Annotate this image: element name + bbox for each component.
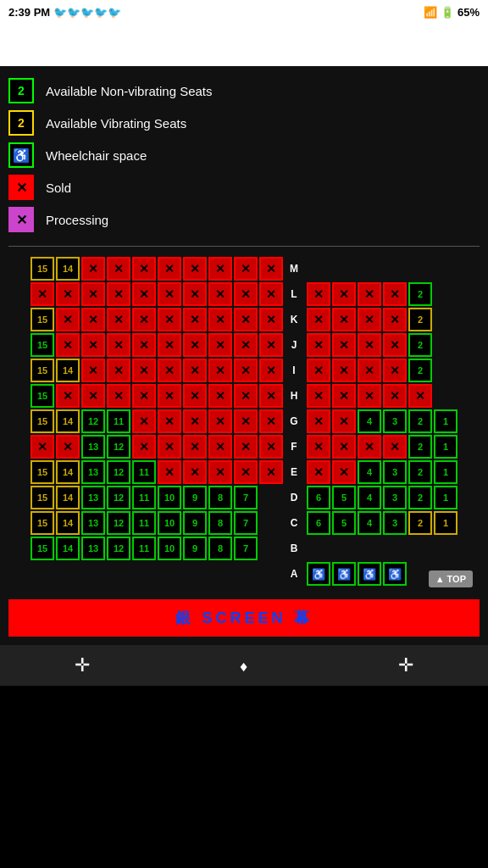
seat-Dr-6[interactable]: 6 bbox=[307, 486, 330, 509]
seat-B-12[interactable]: 12 bbox=[107, 537, 130, 560]
seat-G-14[interactable]: 14 bbox=[56, 409, 80, 433]
seat-B-9[interactable]: 9 bbox=[183, 537, 207, 560]
seat-E-12[interactable]: 12 bbox=[107, 460, 130, 484]
seat-Lr-2[interactable]: 2 bbox=[408, 282, 432, 306]
seat-I-15[interactable]: 15 bbox=[30, 359, 54, 382]
seat-D-15[interactable]: 15 bbox=[30, 486, 54, 509]
top-button[interactable]: ▲ TOP bbox=[429, 570, 473, 587]
seat-D-10[interactable]: 10 bbox=[158, 486, 181, 509]
seat-B-15[interactable]: 15 bbox=[30, 537, 54, 560]
seat-Er-1[interactable]: 1 bbox=[434, 460, 458, 484]
seat-Ar-wc4[interactable]: ♿ bbox=[383, 562, 407, 586]
seat-Hr-s5 bbox=[408, 384, 432, 408]
row-label-I: I bbox=[287, 364, 301, 376]
seat-C-10[interactable]: 10 bbox=[158, 511, 181, 535]
seat-Er-2[interactable]: 2 bbox=[408, 460, 432, 484]
seat-E-14[interactable]: 14 bbox=[56, 460, 80, 484]
seat-J-s5 bbox=[158, 333, 181, 357]
seat-Cr-3[interactable]: 3 bbox=[383, 511, 407, 535]
seat-B-13[interactable]: 13 bbox=[81, 537, 105, 560]
seat-E-15[interactable]: 15 bbox=[30, 460, 54, 484]
seat-Ar-wc2[interactable]: ♿ bbox=[332, 562, 356, 586]
seat-C-12[interactable]: 12 bbox=[107, 511, 130, 535]
seat-Ir-2[interactable]: 2 bbox=[408, 359, 432, 382]
seat-B-8[interactable]: 8 bbox=[208, 537, 232, 560]
seat-M-s7 bbox=[234, 257, 258, 281]
seat-Cr-1[interactable]: 1 bbox=[434, 511, 458, 535]
seat-D-13[interactable]: 13 bbox=[81, 486, 105, 509]
nav-square-icon[interactable]: ✛ bbox=[398, 654, 413, 676]
row-label-J: J bbox=[287, 339, 301, 351]
seat-Dr-4[interactable]: 4 bbox=[358, 486, 381, 509]
seat-Ar-wc3[interactable]: ♿ bbox=[358, 562, 381, 586]
seat-F-12[interactable]: 12 bbox=[107, 435, 130, 459]
seat-Dr-5[interactable]: 5 bbox=[332, 486, 356, 509]
seat-C-7[interactable]: 7 bbox=[234, 511, 258, 535]
seat-D-14[interactable]: 14 bbox=[56, 486, 80, 509]
seat-G-15[interactable]: 15 bbox=[30, 409, 54, 433]
seat-G-11[interactable]: 11 bbox=[107, 409, 130, 433]
nav-move-icon[interactable]: ✛ bbox=[75, 654, 90, 676]
seat-Er-4[interactable]: 4 bbox=[358, 460, 381, 484]
seat-D-empty bbox=[259, 486, 283, 509]
seat-M-s1 bbox=[81, 257, 105, 281]
seat-D-9[interactable]: 9 bbox=[183, 486, 207, 509]
seat-C-9[interactable]: 9 bbox=[183, 511, 207, 535]
seat-C-15[interactable]: 15 bbox=[30, 511, 54, 535]
seat-Ar-wc1[interactable]: ♿ bbox=[307, 562, 330, 586]
seat-E-13[interactable]: 13 bbox=[81, 460, 105, 484]
seat-M-14[interactable]: 14 bbox=[56, 257, 80, 281]
seat-I-14[interactable]: 14 bbox=[56, 359, 80, 382]
seat-B-10[interactable]: 10 bbox=[158, 537, 181, 560]
seat-C-14[interactable]: 14 bbox=[56, 511, 80, 535]
seat-M-15[interactable]: 15 bbox=[30, 257, 54, 281]
seat-J-15[interactable]: 15 bbox=[30, 333, 54, 357]
seat-Kr-2[interactable]: 2 bbox=[408, 308, 432, 331]
seat-E-11[interactable]: 11 bbox=[132, 460, 156, 484]
seat-G-s5 bbox=[234, 409, 258, 433]
seat-Cr-6[interactable]: 6 bbox=[307, 511, 330, 535]
seat-K-s4 bbox=[132, 308, 156, 331]
seat-Cr-5[interactable]: 5 bbox=[332, 511, 356, 535]
row-label-B: B bbox=[287, 542, 301, 554]
seat-Gr-2[interactable]: 2 bbox=[408, 409, 432, 433]
seat-D-12[interactable]: 12 bbox=[107, 486, 130, 509]
seat-Cr-2[interactable]: 2 bbox=[408, 511, 432, 535]
seat-Jr-2[interactable]: 2 bbox=[408, 333, 432, 357]
seat-Gr-3[interactable]: 3 bbox=[383, 409, 407, 433]
seat-F-13[interactable]: 13 bbox=[81, 435, 105, 459]
row-E-right: 4 3 2 1 bbox=[307, 460, 458, 484]
seat-D-7[interactable]: 7 bbox=[234, 486, 258, 509]
row-I-right: 2 bbox=[307, 359, 458, 382]
seat-B-7[interactable]: 7 bbox=[234, 537, 258, 560]
seat-Cr-4[interactable]: 4 bbox=[358, 511, 381, 535]
seat-Dr-2[interactable]: 2 bbox=[408, 486, 432, 509]
seat-D-8[interactable]: 8 bbox=[208, 486, 232, 509]
seat-B-14[interactable]: 14 bbox=[56, 537, 80, 560]
seat-D-11[interactable]: 11 bbox=[132, 486, 156, 509]
seat-B-empty bbox=[259, 537, 283, 560]
seat-Dr-3[interactable]: 3 bbox=[383, 486, 407, 509]
seat-Er-3[interactable]: 3 bbox=[383, 460, 407, 484]
seat-Gr-1[interactable]: 1 bbox=[434, 409, 458, 433]
seat-Fr-2[interactable]: 2 bbox=[408, 435, 432, 459]
nav-home-icon[interactable]: ⬧ bbox=[238, 654, 249, 676]
legend-icon-sold bbox=[8, 175, 34, 200]
seat-H-s4 bbox=[132, 384, 156, 408]
seat-L-s3 bbox=[81, 282, 105, 306]
seat-Dr-1[interactable]: 1 bbox=[434, 486, 458, 509]
seat-K-15[interactable]: 15 bbox=[30, 308, 54, 331]
row-B-right bbox=[307, 537, 458, 560]
seat-G-12[interactable]: 12 bbox=[81, 409, 105, 433]
seat-Fr-1[interactable]: 1 bbox=[434, 435, 458, 459]
seat-Hr-s3 bbox=[358, 384, 381, 408]
twitter-icons: 🐦🐦🐦🐦🐦 bbox=[53, 6, 121, 19]
seat-C-11[interactable]: 11 bbox=[132, 511, 156, 535]
seat-C-8[interactable]: 8 bbox=[208, 511, 232, 535]
seat-Hr-s1 bbox=[307, 384, 330, 408]
seat-B-11[interactable]: 11 bbox=[132, 537, 156, 560]
seat-Gr-4[interactable]: 4 bbox=[358, 409, 381, 433]
seat-H-15[interactable]: 15 bbox=[30, 384, 54, 408]
battery-percent: 65% bbox=[458, 6, 480, 19]
seat-C-13[interactable]: 13 bbox=[81, 511, 105, 535]
